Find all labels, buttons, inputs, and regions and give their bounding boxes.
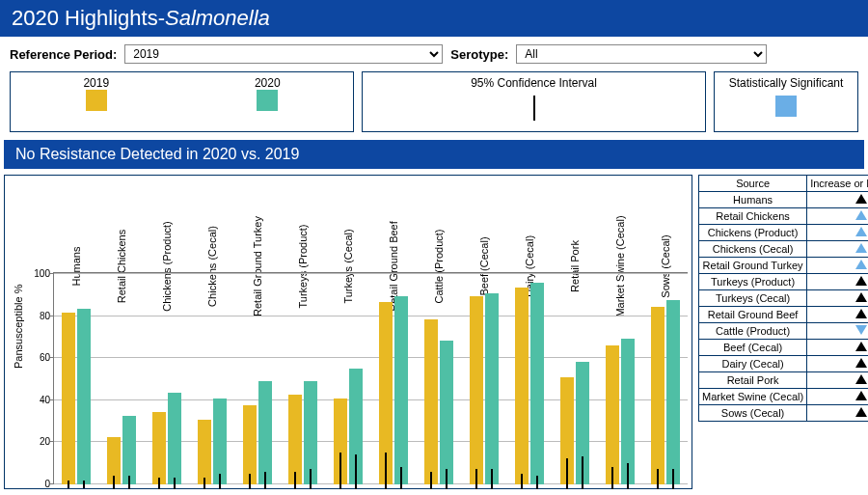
bar-2019 [470, 296, 483, 484]
ci-whisker [128, 476, 130, 489]
legend-ci-label: 95% Confidence Interval [363, 76, 705, 90]
triangle-up-icon [855, 194, 867, 204]
ci-whisker [446, 469, 448, 489]
bar-group [189, 272, 234, 484]
ci-whisker [68, 481, 69, 489]
bar-group [597, 272, 642, 484]
y-tick-label: 20 [40, 436, 50, 447]
table-cell-source: Market Swine (Cecal) [699, 389, 807, 405]
bar-2020 [122, 416, 136, 484]
y-tick-label: 60 [40, 352, 50, 363]
table-header-source: Source [699, 176, 807, 192]
y-axis-label: Pansusceptible % [13, 285, 24, 369]
reference-period-select[interactable]: 2019 [124, 44, 443, 64]
table-row: Chickens (Cecal) [699, 241, 869, 258]
y-tick-label: 0 [44, 479, 50, 489]
bar-2020 [394, 296, 408, 484]
bar-group [416, 272, 461, 484]
triangle-up-icon [855, 358, 867, 368]
table-cell-source: Humans [699, 192, 807, 208]
bar-2020 [440, 341, 453, 484]
bar-2020 [349, 369, 363, 484]
table-cell-source: Dairy (Cecal) [699, 356, 807, 372]
table-cell-direction [807, 372, 868, 389]
table-cell-source: Retail Chickens [699, 208, 807, 225]
ci-whisker [566, 458, 568, 489]
triangle-up-icon [855, 391, 867, 400]
y-tick-label: 40 [40, 394, 50, 404]
y-tick-label: 100 [34, 268, 50, 279]
triangle-up-icon [855, 374, 867, 384]
bar-2019 [198, 420, 211, 484]
bar-group [461, 272, 506, 484]
bar-2020 [666, 300, 680, 484]
table-cell-direction [807, 225, 868, 241]
table-row: Humans [699, 192, 869, 208]
bar-2020 [168, 393, 181, 484]
bar-2020 [258, 381, 272, 484]
bar-2019 [107, 437, 121, 484]
legend-2019-label: 2019 [83, 76, 109, 90]
table-cell-direction [807, 274, 868, 290]
bar-2019 [606, 345, 619, 484]
table-cell-source: Cattle (Product) [699, 323, 807, 340]
y-tick-label: 80 [40, 310, 50, 320]
table-row: Retail Chickens [699, 208, 869, 225]
summary-table-panel: Source Increase or Decrease HumansRetail… [698, 175, 864, 489]
triangle-up-icon [855, 342, 867, 351]
table-row: Beef (Cecal) [699, 340, 869, 356]
table-cell-direction [807, 323, 868, 340]
ci-whisker [385, 453, 387, 489]
bar-2020 [621, 339, 635, 484]
table-cell-direction [807, 208, 868, 225]
bars-container [53, 272, 688, 484]
category-labels: HumansRetail ChickensChickens (Product)C… [53, 179, 688, 272]
banner-italic: Salmonella [165, 6, 270, 30]
ci-whisker [310, 469, 312, 489]
bar-2020 [530, 283, 544, 484]
bar-group [552, 272, 597, 484]
table-cell-direction [807, 241, 868, 258]
table-cell-direction [807, 192, 868, 208]
table-cell-source: Sows (Cecal) [699, 405, 807, 422]
legend-2020-label: 2020 [255, 76, 281, 90]
reference-period-label: Reference Period: [10, 47, 117, 62]
bar-group [144, 272, 189, 484]
triangle-down-icon [855, 325, 867, 335]
table-row: Turkeys (Cecal) [699, 290, 869, 307]
table-row: Dairy (Cecal) [699, 356, 869, 372]
table-row: Retail Pork [699, 372, 869, 389]
table-row: Retail Ground Beef [699, 307, 869, 323]
bar-2019 [379, 302, 393, 484]
ci-whisker [582, 456, 583, 489]
table-cell-source: Retail Pork [699, 372, 807, 389]
bar-2019 [424, 319, 438, 484]
table-cell-direction [807, 258, 868, 274]
legend-years: 2019 2020 [10, 71, 354, 132]
bar-group [506, 272, 552, 484]
triangle-up-icon [855, 309, 867, 318]
ci-whisker [400, 467, 402, 489]
table-cell-direction [807, 340, 868, 356]
ci-whisker [536, 476, 538, 489]
ci-whisker [475, 469, 477, 489]
table-cell-direction [807, 405, 868, 422]
filter-controls: Reference Period: 2019 Serotype: All [0, 37, 868, 71]
table-cell-source: Beef (Cecal) [699, 340, 807, 356]
bar-group [325, 272, 370, 484]
ci-whisker [203, 478, 205, 489]
bar-group [53, 272, 98, 484]
ci-whisker [264, 472, 266, 489]
table-row: Cattle (Product) [699, 323, 869, 340]
ci-whisker [430, 472, 432, 489]
table-cell-direction [807, 389, 868, 405]
ci-whisker [339, 453, 341, 489]
ci-whisker [219, 474, 221, 489]
table-cell-source: Turkeys (Cecal) [699, 290, 807, 307]
triangle-up-icon [855, 292, 867, 302]
bar-2020 [576, 362, 589, 484]
serotype-select[interactable]: All [516, 44, 767, 64]
legend-sig: Statistically Significant [714, 71, 858, 132]
table-cell-source: Chickens (Product) [699, 225, 807, 241]
legend-row: 2019 2020 95% Confidence Interval Statis… [0, 71, 868, 140]
